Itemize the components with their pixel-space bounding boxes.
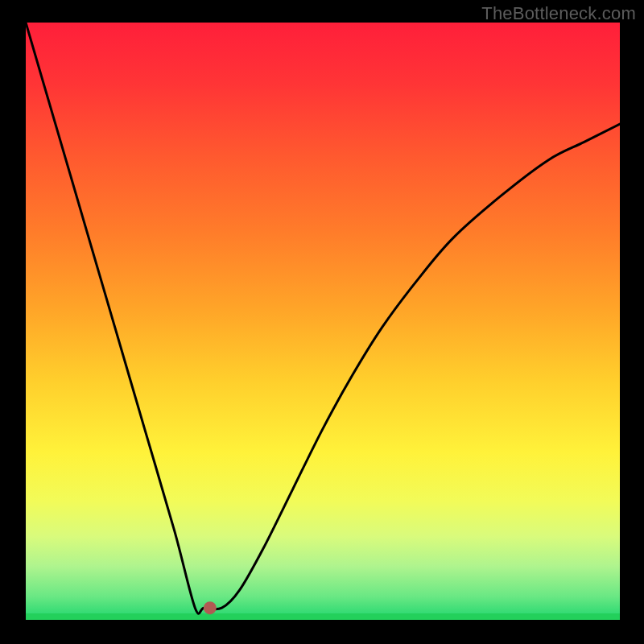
chart-frame: TheBottleneck.com [0, 0, 644, 644]
watermark-label: TheBottleneck.com [481, 3, 636, 24]
gradient-background [26, 23, 620, 620]
baseline-strip [26, 613, 620, 620]
chart-svg [26, 23, 620, 620]
plot-area [26, 23, 620, 620]
optimal-point-marker [204, 601, 217, 614]
